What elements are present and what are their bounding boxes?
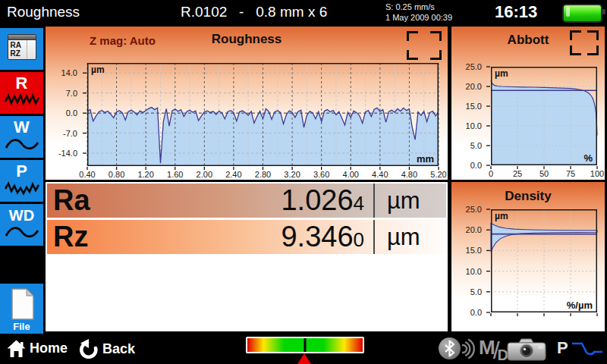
sidebar-item-profile[interactable]: P <box>0 160 43 202</box>
profile-step-wave-icon <box>571 339 604 357</box>
x-axis-unit: % <box>583 152 593 164</box>
ra-rz-icon-line2: RZ <box>11 49 20 58</box>
density-plot: µm %/µm <box>491 209 597 312</box>
x-axis-unit: %/µm <box>567 300 593 311</box>
profile-type-indicator[interactable]: P <box>557 338 604 358</box>
file-document-icon <box>9 288 35 320</box>
back-arrow-icon <box>77 339 99 359</box>
sidebar-item-label: WD <box>0 206 43 224</box>
status-text: S: 0.25 mm/s 1 May 2009 00:39 <box>385 2 452 23</box>
device-screen: Roughness R.0102 - 0.8 mm x 6 S: 0.25 mm… <box>0 0 607 364</box>
density-y-labels: 25.020.015.010.05.00.0 <box>451 209 488 312</box>
smooth-wave-icon <box>5 225 39 240</box>
abbott-plot: µm % <box>491 67 597 165</box>
sidebar-item-label: R <box>0 74 43 93</box>
abbott-panel: Abbott µm % 25.020.015.010.05.00.0 02550… <box>451 27 605 180</box>
bottom-bar: Home Back M/D <box>0 334 607 364</box>
camera-screenshot-button[interactable] <box>505 336 548 364</box>
roughness-plot: µm mm <box>87 63 439 166</box>
roughness-x-labels: 0.400.801.201.602.002.402.803.203.604.00… <box>87 169 439 180</box>
home-button[interactable]: Home <box>6 339 68 358</box>
camera-icon <box>505 336 548 362</box>
parameter-name: Ra <box>47 184 143 217</box>
tolerance-level-bar <box>246 337 364 353</box>
parameter-unit: µm <box>373 220 446 254</box>
back-label: Back <box>102 341 135 357</box>
level-marker-triangle <box>297 353 311 364</box>
roughness-chart-title: Roughness <box>46 32 448 47</box>
sidebar-item-wd[interactable]: WD <box>0 204 43 246</box>
smooth-wave-icon <box>5 137 39 152</box>
frame-corners-icon[interactable] <box>570 30 599 55</box>
sidebar-item-waviness[interactable]: W <box>0 116 43 158</box>
sidebar-item-file[interactable]: File <box>0 284 43 336</box>
abbott-x-labels: 0255075100 <box>491 168 597 179</box>
result-row-rz[interactable]: Rz 9.3460 µm <box>47 220 446 254</box>
y-axis-unit: µm <box>495 68 508 79</box>
density-panel: Density µm %/µm 25.020.015.010.05.00.0 <box>451 182 605 331</box>
home-label: Home <box>30 340 68 356</box>
roughness-plot-svg <box>87 63 439 166</box>
y-axis-unit: µm <box>91 64 105 75</box>
sidebar-item-ra-rz-table[interactable]: RA RZ <box>0 28 43 70</box>
measure-program-info: R.0102 - 0.8 mm x 6 <box>181 4 327 20</box>
p-label: P <box>557 338 568 358</box>
bluetooth-icon <box>439 337 461 359</box>
roughness-panel: Z mag: Auto Roughness µm mm 14.07.00.0-7… <box>46 27 448 180</box>
clock: 16:13 <box>495 2 537 22</box>
level-bar-center-mark <box>304 338 307 352</box>
results-panel: Ra 1.0264 µm Rz 9.3460 µm <box>46 182 448 331</box>
sidebar-item-label: P <box>0 162 43 180</box>
y-axis-unit: µm <box>495 211 508 221</box>
parameter-name: Rz <box>47 221 143 253</box>
parameter-value: 9.3460 <box>143 221 373 253</box>
roughness-y-labels: 14.07.00.0-7.0-14.0 <box>46 63 83 166</box>
result-row-ra[interactable]: Ra 1.0264 µm <box>47 184 446 218</box>
rough-wave-icon <box>5 93 39 107</box>
back-button[interactable]: Back <box>77 339 135 359</box>
density-plot-svg <box>491 209 597 312</box>
x-axis-unit: mm <box>417 153 434 165</box>
parameter-unit: µm <box>373 184 446 218</box>
sidebar-item-label: File <box>0 321 43 332</box>
density-chart-title: Density <box>451 189 605 204</box>
datetime-value: 1 May 2009 00:39 <box>385 12 452 23</box>
table-icon: RA RZ <box>8 34 36 60</box>
top-bar: Roughness R.0102 - 0.8 mm x 6 S: 0.25 mm… <box>0 0 607 25</box>
sidebar-item-label: W <box>0 118 43 136</box>
frame-corners-icon[interactable] <box>407 31 442 60</box>
abbott-y-labels: 25.020.015.010.05.00.0 <box>451 67 488 165</box>
speed-value: S: 0.25 mm/s <box>385 2 452 12</box>
memory-data-toggle[interactable]: M/D <box>479 336 508 364</box>
abbott-plot-svg <box>491 67 597 165</box>
primary-profile-wave-icon <box>5 181 39 196</box>
page-title: Roughness <box>7 4 80 20</box>
parameter-value: 1.0264 <box>143 184 373 217</box>
ra-rz-icon-line1: RA <box>11 41 21 49</box>
signal-waves-icon <box>461 337 480 360</box>
sidebar-item-roughness[interactable]: R <box>0 72 43 114</box>
battery-icon <box>562 4 602 23</box>
home-icon <box>6 339 27 358</box>
